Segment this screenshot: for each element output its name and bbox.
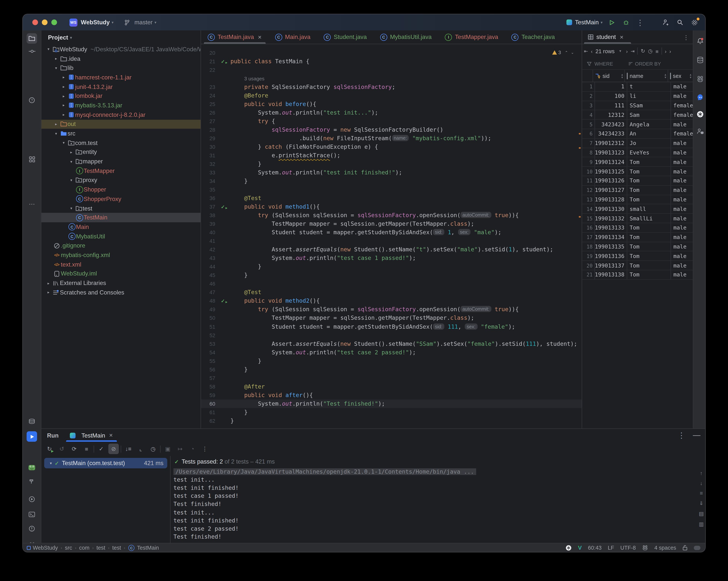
db-row-19[interactable]: 19199013136Tommale — [582, 252, 693, 261]
db-row-10[interactable]: 10199013125Tommale — [582, 167, 693, 176]
history-icon[interactable]: ◷ — [648, 48, 653, 54]
editor-code-line-38[interactable]: 38 try (SqlSession sqlSession = sqlSessi… — [201, 211, 582, 220]
editor-code-line-56[interactable]: 56 } — [201, 365, 582, 373]
export-icon[interactable]: ↦ — [175, 444, 185, 454]
database-tool-icon[interactable] — [695, 55, 705, 65]
commit-tool-icon[interactable] — [27, 46, 37, 57]
rerun-failed-button[interactable]: ↺ — [57, 444, 67, 454]
tree-item-WebStudy.iml[interactable]: WebStudy.iml — [42, 269, 201, 278]
editor-code-line-59[interactable]: 59 public void after(){ — [201, 391, 582, 399]
clear-console-icon[interactable]: ▥ — [699, 521, 704, 527]
editor-code-line-53[interactable]: 53 Assert.assertEquals(new Student().set… — [201, 339, 582, 348]
tree-item-Main[interactable]: CMain — [42, 222, 201, 232]
editor-code-line-inlay[interactable]: 3 usages — [201, 74, 582, 83]
tree-item-mysql-connector-j-8.2.0.jar[interactable]: ▸mysql-connector-j-8.2.0.jar — [42, 110, 201, 120]
editor-code-line-25[interactable]: 25 public void before(){ — [201, 100, 582, 108]
db-kebab-icon[interactable]: ⋮ — [683, 33, 689, 41]
toolbar-kebab-icon[interactable]: ⋮ — [200, 444, 210, 454]
stop-button[interactable]: ■ — [81, 444, 92, 454]
project-panel-title[interactable]: Project — [48, 34, 68, 41]
editor-code-line-43[interactable]: 43 System.out.println("test case 1 passe… — [201, 254, 582, 262]
settings-gear-icon[interactable] — [689, 17, 700, 28]
db-col-header-name[interactable]: name▴ ▾ — [624, 70, 668, 82]
run-tab-testmain[interactable]: TestMain ✕ — [65, 429, 118, 442]
snapshot-icon[interactable]: ▣ — [162, 444, 173, 454]
last-page-icon[interactable]: ⇥ — [631, 49, 635, 54]
ai-assistant-icon[interactable] — [695, 74, 705, 84]
db-row-4[interactable]: 412312Samfemale — [582, 110, 693, 120]
tree-item-text.xml[interactable]: </>text.xml — [42, 260, 201, 269]
test-tree-item[interactable]: ▾ ✓ TestMain (com.test.test) 421 ms — [44, 458, 167, 468]
db-row-16[interactable]: 16199013133Tommale — [582, 223, 693, 233]
indent-setting[interactable]: 4 spaces — [654, 545, 676, 551]
debug-button[interactable] — [621, 17, 631, 28]
v-plugin-icon[interactable]: V — [578, 544, 582, 551]
minimize-window-button[interactable] — [42, 20, 48, 25]
db-row-11[interactable]: 11199013126Tommale — [582, 176, 693, 185]
console-line-3[interactable]: test init finished! — [171, 484, 705, 492]
tree-item-WebStudy[interactable]: ▾WebStudy~/Desktop/CS/JavaEE/1 JavaWeb/C… — [42, 45, 201, 54]
run-test-gutter-icon[interactable]: ✓▸ — [221, 59, 225, 64]
db-row-6[interactable]: 634234233Anfemale — [582, 129, 693, 138]
db-row-1[interactable]: 11tmale — [582, 82, 693, 91]
scroll-down-icon[interactable]: ↓ — [700, 480, 703, 486]
run-tool-window-icon[interactable] — [27, 431, 37, 442]
editor-code-line-32[interactable]: 32 } — [201, 160, 582, 168]
breadcrumb-item-test[interactable]: test — [96, 545, 105, 551]
console-line-8[interactable]: test case 2 passed! — [171, 525, 705, 533]
tree-item-Shopper[interactable]: IShopper — [42, 185, 201, 194]
db-row-3[interactable]: 3111SSamfemale — [582, 101, 693, 110]
db-col-header-sex[interactable]: sex▴ ▾ — [668, 70, 693, 82]
tree-item-lib[interactable]: ▾lib — [42, 63, 201, 73]
bot-status-icon[interactable] — [642, 545, 648, 551]
services-tool-icon[interactable] — [27, 494, 37, 504]
scroll-up-icon[interactable]: ↑ — [700, 470, 703, 476]
editor-code-line-41[interactable]: 41 — [201, 237, 582, 245]
editor-code-line-33[interactable]: 33 System.out.println("test init finishe… — [201, 168, 582, 177]
sort-icon[interactable]: ▴ ▾ — [690, 73, 692, 79]
sort-tests-icon[interactable]: ↓≡ — [123, 444, 134, 454]
openai-plugin-icon[interactable] — [695, 109, 705, 119]
search-icon[interactable] — [675, 17, 685, 28]
console-line-7[interactable]: test init finished! — [171, 517, 705, 525]
tree-item-TestMain[interactable]: CTestMain — [42, 213, 201, 222]
stop-icon[interactable]: ■ — [655, 48, 659, 54]
close-window-button[interactable] — [32, 20, 38, 25]
editor-tab-Teacher.java[interactable]: CTeacher.java — [505, 30, 562, 44]
editor-code-line-48[interactable]: 48✓▸ public void method2(){ — [201, 297, 582, 305]
db-row-13[interactable]: 13199013128Tommale — [582, 195, 693, 204]
run-test-gutter-icon[interactable]: ✓▸ — [221, 204, 225, 209]
db-row-15[interactable]: 15199013132SmallLimale — [582, 214, 693, 223]
openai-status-icon[interactable] — [566, 545, 572, 551]
frog-plugin-icon[interactable] — [27, 462, 37, 473]
editor-code-line-57[interactable]: 57 — [201, 373, 582, 382]
problems-tool-icon[interactable] — [27, 523, 37, 534]
chat-bubble-icon[interactable] — [695, 92, 705, 102]
editor-code-line-52[interactable]: 52 — [201, 331, 582, 339]
tree-item-hamcrest-core-1.1.jar[interactable]: ▸hamcrest-core-1.1.jar — [42, 73, 201, 82]
breadcrumb-item-src[interactable]: src — [65, 545, 72, 551]
tree-item-.idea[interactable]: ▸.idea — [42, 54, 201, 63]
editor-code-line-20[interactable]: 20 — [201, 49, 582, 57]
tree-item-out[interactable]: ▸out — [42, 120, 201, 129]
where-clause-field[interactable]: WHERE — [595, 61, 613, 67]
editor-code-line-54[interactable]: 54 System.out.println("test case 2 passe… — [201, 348, 582, 356]
more-actions-kebab-icon[interactable]: ⋮ — [635, 17, 645, 28]
editor-code-line-40[interactable]: 40 Student student = mapper.getStudentBy… — [201, 228, 582, 237]
close-icon[interactable]: ✕ — [620, 34, 624, 40]
tree-item-entity[interactable]: ▸entity — [42, 148, 201, 157]
tree-item-TestMapper[interactable]: ITestMapper — [42, 166, 201, 176]
terminal-tool-icon[interactable] — [27, 509, 37, 520]
editor-code-line-31[interactable]: 31 e.printStackTrace(); — [201, 151, 582, 160]
editor-code-line-30[interactable]: 30 } catch (FileNotFoundException e) { — [201, 142, 582, 151]
tree-item-com.test[interactable]: ▾com.test — [42, 138, 201, 148]
editor-code-line-37[interactable]: 37✓▸ public void method1(){ — [201, 203, 582, 211]
show-ignored-toggle[interactable]: ⊘ — [108, 444, 119, 454]
db-row-12[interactable]: 12199013127Tommale — [582, 186, 693, 195]
tree-item-mapper[interactable]: ▾mapper — [42, 157, 201, 166]
run-configuration-select[interactable]: TestMain — [575, 19, 599, 26]
console-line-9[interactable]: Test finished! — [171, 533, 705, 541]
tree-item-lombok.jar[interactable]: ▸lombok.jar — [42, 91, 201, 101]
gauge-icon[interactable]: ◔ — [187, 444, 198, 454]
prev-page-icon[interactable]: ‹ — [591, 48, 593, 54]
